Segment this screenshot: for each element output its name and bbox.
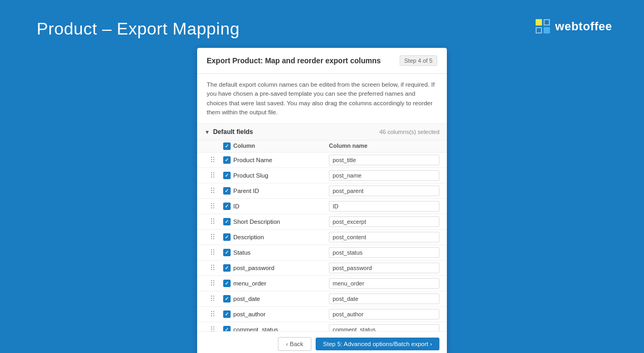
table-row: ⠿ Parent ID	[197, 183, 447, 199]
checkbox-cell	[221, 172, 233, 179]
card-header: Export Product: Map and reorder export c…	[197, 48, 447, 74]
row-checkbox[interactable]	[223, 233, 231, 241]
col-label: Parent ID	[233, 188, 329, 194]
checkbox-cell	[221, 249, 233, 256]
col-label: menu_order	[233, 280, 329, 287]
drag-handle-icon[interactable]: ⠿	[205, 310, 221, 318]
row-checkbox[interactable]	[223, 295, 231, 302]
checkbox-cell	[221, 203, 233, 210]
row-checkbox[interactable]	[223, 264, 231, 272]
main-card: Export Product: Map and reorder export c…	[197, 48, 447, 353]
next-button[interactable]: Step 5: Advanced options/Batch export ›	[316, 338, 439, 350]
col-input[interactable]	[329, 293, 439, 304]
checkbox-cell	[221, 156, 233, 164]
drag-handle-icon[interactable]: ⠿	[205, 295, 221, 303]
select-all-checkbox[interactable]	[223, 142, 231, 150]
col-label: Status	[233, 249, 329, 256]
table-header: Column Column name	[197, 140, 447, 153]
logo-sq-blue-light	[544, 19, 550, 26]
col-input[interactable]	[329, 155, 439, 165]
row-checkbox[interactable]	[223, 280, 231, 287]
col-label: post_password	[233, 265, 329, 271]
drag-handle-icon[interactable]: ⠿	[205, 156, 221, 164]
col-input[interactable]	[329, 216, 439, 227]
logo-sq-yellow	[536, 19, 542, 26]
table-row: ⠿ Short Description	[197, 214, 447, 230]
col-label: Short Description	[233, 218, 329, 225]
drag-handle-icon[interactable]: ⠿	[205, 264, 221, 272]
column-header: Column	[233, 142, 329, 150]
row-checkbox[interactable]	[223, 218, 231, 225]
checkbox-cell	[221, 233, 233, 241]
table-row: ⠿ Status	[197, 245, 447, 260]
col-label: Product Name	[233, 157, 329, 163]
table-content: ▼ Default fields 46 columns(s) selected …	[197, 124, 447, 331]
logo-sq-blue-mid	[536, 27, 542, 33]
table-row: ⠿ comment_status	[197, 322, 447, 331]
col-label: ID	[233, 203, 329, 209]
logo-sq-cyan	[544, 27, 550, 33]
col-input[interactable]	[329, 186, 439, 196]
row-checkbox[interactable]	[223, 249, 231, 256]
section-count: 46 columns(s) selected	[379, 129, 439, 135]
col-input[interactable]	[329, 263, 439, 273]
drag-handle-icon[interactable]: ⠿	[205, 248, 221, 257]
step-badge: Step 4 of 5	[400, 55, 437, 66]
table-row: ⠿ ID	[197, 199, 447, 214]
checkbox-cell	[221, 187, 233, 195]
drag-handle-icon[interactable]: ⠿	[205, 233, 221, 241]
logo-icon	[536, 19, 550, 33]
drag-col-header	[205, 142, 221, 150]
checkbox-col-header	[221, 142, 233, 150]
card-title: Export Product: Map and reorder export c…	[207, 56, 381, 65]
drag-handle-icon[interactable]: ⠿	[205, 217, 221, 226]
logo-text: webtoffee	[555, 20, 612, 33]
row-checkbox[interactable]	[223, 156, 231, 164]
drag-handle-icon[interactable]: ⠿	[205, 279, 221, 288]
section-label: Default fields	[213, 128, 253, 136]
table-row: ⠿ post_date	[197, 291, 447, 307]
drag-handle-icon[interactable]: ⠿	[205, 325, 221, 331]
col-input[interactable]	[329, 170, 439, 181]
table-row: ⠿ post_author	[197, 307, 447, 322]
column-name-header: Column name	[329, 142, 439, 150]
logo-area: webtoffee	[536, 19, 612, 33]
checkbox-cell	[221, 280, 233, 287]
drag-handle-icon[interactable]: ⠿	[205, 171, 221, 180]
section-default-fields-header[interactable]: ▼ Default fields 46 columns(s) selected	[197, 124, 447, 140]
col-label: Description	[233, 234, 329, 240]
col-label: comment_status	[233, 326, 329, 331]
checkbox-cell	[221, 264, 233, 272]
checkbox-cell	[221, 310, 233, 318]
drag-handle-icon[interactable]: ⠿	[205, 202, 221, 211]
table-row: ⠿ Product Slug	[197, 168, 447, 183]
checkbox-cell	[221, 295, 233, 302]
col-label: post_date	[233, 296, 329, 302]
back-button[interactable]: ‹ Back	[278, 337, 311, 351]
checkbox-cell	[221, 326, 233, 331]
table-row: ⠿ Product Name	[197, 153, 447, 168]
col-label: post_author	[233, 311, 329, 317]
row-checkbox[interactable]	[223, 203, 231, 210]
table-row: ⠿ post_password	[197, 260, 447, 276]
col-input[interactable]	[329, 309, 439, 320]
row-checkbox[interactable]	[223, 187, 231, 195]
col-input[interactable]	[329, 232, 439, 242]
section-default-fields-label: ▼ Default fields	[205, 128, 253, 136]
row-checkbox[interactable]	[223, 326, 231, 331]
collapse-icon: ▼	[205, 129, 210, 135]
col-input[interactable]	[329, 278, 439, 289]
row-checkbox[interactable]	[223, 172, 231, 179]
card-footer: ‹ Back Step 5: Advanced options/Batch ex…	[197, 331, 447, 353]
table-row: ⠿ Description	[197, 230, 447, 245]
row-checkbox[interactable]	[223, 310, 231, 318]
table-row: ⠿ menu_order	[197, 276, 447, 291]
col-input[interactable]	[329, 247, 439, 258]
col-label: Product Slug	[233, 172, 329, 179]
drag-handle-icon[interactable]: ⠿	[205, 187, 221, 195]
checkbox-cell	[221, 218, 233, 225]
col-input[interactable]	[329, 324, 439, 331]
col-input[interactable]	[329, 201, 439, 212]
card-description: The default export column names can be e…	[197, 74, 447, 124]
